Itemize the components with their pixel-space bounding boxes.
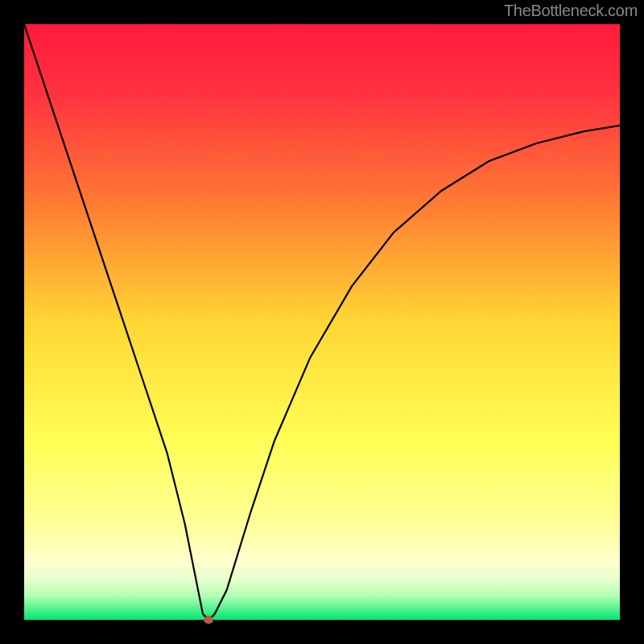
chart-frame <box>24 24 620 620</box>
watermark-text: TheBottleneck.com <box>504 2 638 20</box>
bottleneck-curve <box>24 24 620 620</box>
minimum-marker <box>204 616 213 624</box>
